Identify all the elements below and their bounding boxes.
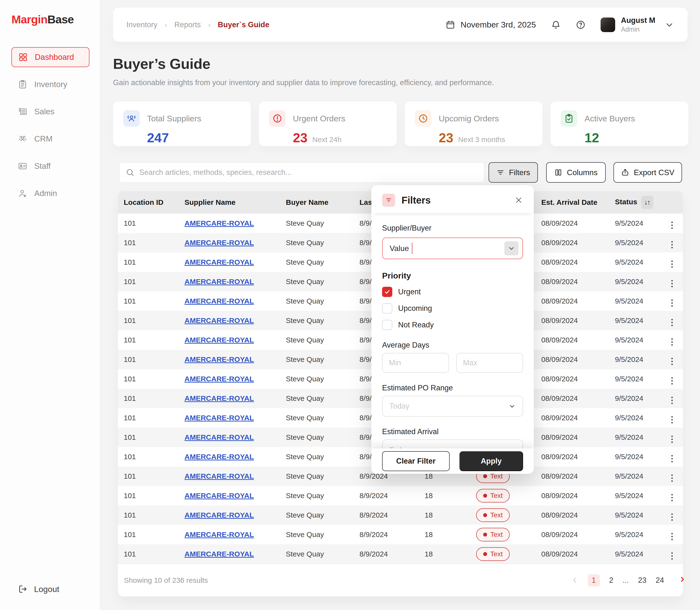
supplier-link[interactable]: AMERCARE-ROYAL [184,394,254,402]
page-2[interactable]: 2 [609,576,613,585]
logout-button[interactable]: Logout [18,584,59,594]
dropdown-toggle[interactable] [504,241,518,255]
stat-note: Next 24h [312,135,341,145]
select-placeholder: Today [389,402,410,411]
supplier-link[interactable]: AMERCARE-ROYAL [184,219,254,227]
kebab-menu-icon[interactable] [668,434,676,444]
kebab-menu-icon[interactable] [668,356,676,367]
supplier-link[interactable]: AMERCARE-ROYAL [184,297,254,305]
breadcrumb-reports[interactable]: Reports [174,20,201,29]
stat-cards: Total Suppliers 247 Urgent Orders 23 Nex… [113,101,688,146]
kebab-menu-icon[interactable] [668,473,676,483]
cell-status: 9/5/2024 [609,525,663,544]
export-csv-button[interactable]: Export CSV [614,162,682,183]
column-buyer-name: Buyer Name [280,191,354,213]
sort-icon[interactable]: ↓↑ [641,196,653,209]
supplier-link[interactable]: AMERCARE-ROYAL [184,511,254,519]
supplier-link[interactable]: AMERCARE-ROYAL [184,492,254,500]
sidebar-item-crm[interactable]: CRM [12,129,89,149]
chevron-left-icon[interactable] [571,577,579,584]
cell-status: 9/5/2024 [609,291,663,311]
checkbox-label: Upcoming [398,304,432,313]
sidebar-item-inventory[interactable]: Inventory [12,75,89,94]
priority-label: Priority [382,271,523,280]
kebab-menu-icon[interactable] [668,551,676,561]
notifications-button[interactable] [551,20,561,30]
kebab-menu-icon[interactable] [668,240,676,250]
sidebar-item-admin[interactable]: Admin [12,183,89,203]
kebab-menu-icon[interactable] [668,376,676,386]
supplier-link[interactable]: AMERCARE-ROYAL [184,355,254,363]
table-row: 101 AMERCARE-ROYAL Steve Quay 8/9/2024 1… [118,505,683,525]
max-input[interactable] [456,353,523,373]
close-button[interactable] [514,196,523,205]
kebab-menu-icon[interactable] [668,512,676,522]
kebab-menu-icon[interactable] [668,415,676,425]
cell-est-arrival: 08/09/2024 [535,505,609,525]
supplier-link[interactable]: AMERCARE-ROYAL [184,414,254,422]
kebab-menu-icon[interactable] [668,317,676,327]
kebab-menu-icon[interactable] [668,531,676,542]
supplier-link[interactable]: AMERCARE-ROYAL [184,317,254,324]
clear-filter-button[interactable]: Clear Filter [382,451,450,471]
cell-status: 9/5/2024 [609,544,663,564]
cell-actions [663,505,683,525]
user-menu[interactable]: August M Admin [601,16,674,33]
kebab-menu-icon[interactable] [668,395,676,405]
stat-label: Active Buyers [585,114,635,123]
sidebar-item-sales[interactable]: Sales [12,102,89,122]
cell-avg-days: 18 [419,525,470,544]
breadcrumb-inventory[interactable]: Inventory [127,20,157,29]
supplier-link[interactable]: AMERCARE-ROYAL [184,258,254,266]
estimated-po-range-select[interactable]: Today [382,396,523,417]
cell-est-arrival: 08/09/2024 [535,330,609,350]
help-button[interactable] [576,20,585,30]
kebab-menu-icon[interactable] [668,220,676,230]
kebab-menu-icon[interactable] [668,493,676,503]
page-23[interactable]: 23 [638,576,646,585]
checkbox-label: Urgent [398,288,421,296]
cell-last-order: 8/9/2024 [354,486,419,505]
supplier-link[interactable]: AMERCARE-ROYAL [184,472,254,480]
checkbox-not-ready[interactable] [382,320,392,330]
supplier-link[interactable]: AMERCARE-ROYAL [184,239,254,247]
supplier-link[interactable]: AMERCARE-ROYAL [184,453,254,461]
supplier-link[interactable]: AMERCARE-ROYAL [184,375,254,383]
cell-actions [663,369,683,389]
sidebar-item-dashboard[interactable]: Dashboard [12,47,89,67]
supplier-link[interactable]: AMERCARE-ROYAL [184,550,254,558]
cell-supplier: AMERCARE-ROYAL [179,311,280,330]
supplier-link[interactable]: AMERCARE-ROYAL [184,336,254,344]
columns-button[interactable]: Columns [546,162,606,183]
page-1[interactable]: 1 [588,574,600,587]
column-est-arrival-date: Est. Arrival Date [535,191,609,213]
filters-button[interactable]: Filters [488,162,538,183]
checkbox-upcoming[interactable] [382,303,392,314]
supplier-link[interactable]: AMERCARE-ROYAL [184,530,254,539]
supplier-link[interactable]: AMERCARE-ROYAL [184,433,254,441]
cell-location-id: 101 [118,291,179,311]
sidebar-item-staff[interactable]: Staff [12,156,89,176]
average-days-inputs [382,353,523,373]
cell-status: 9/5/2024 [609,389,663,408]
table-row: 101 AMERCARE-ROYAL Steve Quay 8/9/2024 1… [118,525,683,544]
supplier-link[interactable]: AMERCARE-ROYAL [184,277,254,286]
cell-status: 9/5/2024 [609,213,663,233]
date-display[interactable]: November 3rd, 2025 [446,20,536,30]
page-24[interactable]: 24 [656,576,664,585]
filter-icon [496,168,504,177]
close-icon [514,196,523,205]
kebab-menu-icon[interactable] [668,259,676,269]
kebab-menu-icon[interactable] [668,278,676,289]
supplier-buyer-input[interactable]: Value [382,237,523,259]
kebab-menu-icon[interactable] [668,454,676,464]
kebab-menu-icon[interactable] [668,298,676,308]
checkbox-urgent[interactable] [382,287,392,297]
apply-button[interactable]: Apply [460,451,523,471]
next-page-button[interactable] [679,576,686,585]
cell-est-arrival: 08/09/2024 [535,253,609,272]
min-input[interactable] [382,353,449,373]
kebab-menu-icon[interactable] [668,337,676,347]
cell-actions [663,291,683,311]
search-input[interactable] [139,168,478,177]
